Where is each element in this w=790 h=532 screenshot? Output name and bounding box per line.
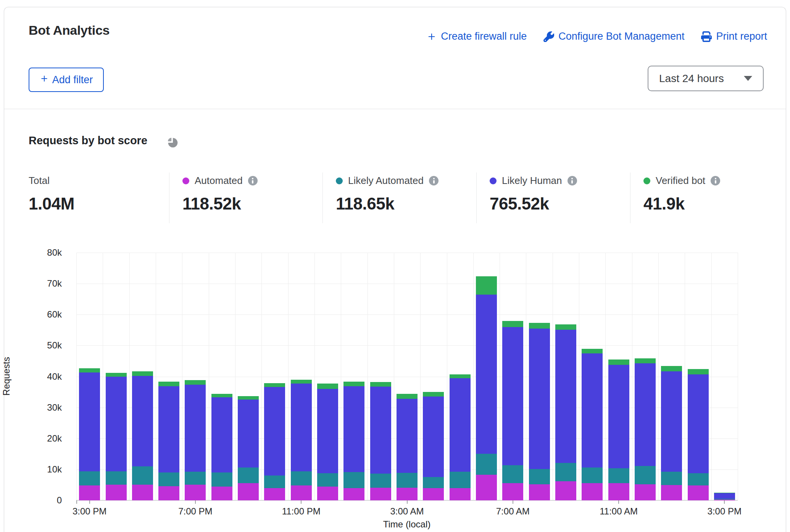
bar-segment-likely-automated[interactable] <box>397 473 418 488</box>
bar-segment-likely-human[interactable] <box>635 363 656 466</box>
info-icon[interactable] <box>711 176 720 185</box>
bar-segment-automated[interactable] <box>582 483 603 500</box>
bar-segment-likely-human[interactable] <box>661 371 682 472</box>
chart-bar[interactable] <box>714 253 735 500</box>
bar-segment-verified-bot[interactable] <box>450 374 471 379</box>
bar-segment-likely-human[interactable] <box>317 389 338 473</box>
bar-segment-likely-automated[interactable] <box>423 477 444 488</box>
bar-segment-automated[interactable] <box>370 488 391 500</box>
bar-segment-likely-human[interactable] <box>79 372 100 471</box>
bar-segment-likely-human[interactable] <box>582 353 603 468</box>
bar-segment-likely-automated[interactable] <box>291 471 312 485</box>
chart-bar[interactable] <box>423 253 444 500</box>
print-report-link[interactable]: Print report <box>701 31 767 42</box>
chart-bar[interactable] <box>370 253 391 500</box>
bar-segment-likely-human[interactable] <box>714 493 735 498</box>
bar-segment-verified-bot[interactable] <box>555 324 576 330</box>
bar-segment-likely-human[interactable] <box>185 385 206 471</box>
bar-segment-likely-human[interactable] <box>397 399 418 473</box>
bar-segment-automated[interactable] <box>476 475 497 500</box>
bar-segment-likely-human[interactable] <box>450 378 471 471</box>
chart-bar[interactable] <box>529 253 550 500</box>
bar-segment-likely-human[interactable] <box>608 365 629 469</box>
chart-bar[interactable] <box>185 253 206 500</box>
bar-segment-likely-automated[interactable] <box>343 472 364 488</box>
bar-segment-automated[interactable] <box>185 485 206 500</box>
configure-bot-management-link[interactable]: Configure Bot Management <box>543 31 684 42</box>
bar-segment-verified-bot[interactable] <box>423 392 444 397</box>
bar-segment-automated[interactable] <box>688 485 709 500</box>
bar-segment-automated[interactable] <box>291 485 312 500</box>
chart-bar[interactable] <box>343 253 364 500</box>
bar-segment-automated[interactable] <box>661 485 682 500</box>
bar-segment-likely-human[interactable] <box>158 386 179 472</box>
chart-bar[interactable] <box>132 253 153 500</box>
bar-segment-likely-automated[interactable] <box>450 472 471 488</box>
bar-segment-likely-human[interactable] <box>106 377 127 471</box>
bar-segment-verified-bot[interactable] <box>608 360 629 365</box>
bar-segment-likely-automated[interactable] <box>555 463 576 481</box>
bar-segment-verified-bot[interactable] <box>132 371 153 376</box>
bar-segment-likely-automated[interactable] <box>264 476 285 488</box>
chart-bar[interactable] <box>476 253 497 500</box>
bar-segment-verified-bot[interactable] <box>688 369 709 374</box>
chart-bar[interactable] <box>264 253 285 500</box>
bar-segment-verified-bot[interactable] <box>582 349 603 353</box>
bar-segment-likely-human[interactable] <box>476 295 497 453</box>
bar-segment-verified-bot[interactable] <box>502 321 523 327</box>
bar-segment-likely-automated[interactable] <box>582 468 603 483</box>
bar-segment-likely-automated[interactable] <box>661 472 682 485</box>
bar-segment-automated[interactable] <box>211 487 232 501</box>
bar-segment-automated[interactable] <box>502 483 523 500</box>
bar-segment-likely-human[interactable] <box>688 374 709 473</box>
bar-segment-likely-automated[interactable] <box>608 468 629 483</box>
bar-segment-likely-automated[interactable] <box>529 469 550 484</box>
chart-bar[interactable] <box>635 253 656 500</box>
bar-segment-automated[interactable] <box>635 484 656 500</box>
bar-segment-verified-bot[interactable] <box>106 373 127 377</box>
bar-segment-likely-human[interactable] <box>502 327 523 466</box>
bar-segment-verified-bot[interactable] <box>79 368 100 372</box>
info-icon[interactable] <box>248 176 258 185</box>
bar-segment-likely-human[interactable] <box>291 384 312 471</box>
bar-segment-likely-human[interactable] <box>370 387 391 474</box>
bar-segment-likely-automated[interactable] <box>476 454 497 475</box>
chart-bar[interactable] <box>608 253 629 500</box>
info-icon[interactable] <box>429 176 439 185</box>
bar-segment-verified-bot[interactable] <box>635 358 656 363</box>
bar-segment-verified-bot[interactable] <box>158 382 179 386</box>
bar-segment-verified-bot[interactable] <box>370 382 391 387</box>
chart-bar[interactable] <box>502 253 523 500</box>
bar-segment-likely-human[interactable] <box>211 397 232 472</box>
info-icon[interactable] <box>568 176 577 185</box>
bar-segment-automated[interactable] <box>264 488 285 500</box>
bar-segment-verified-bot[interactable] <box>661 366 682 371</box>
chart-bar[interactable] <box>291 253 312 500</box>
chart-bar[interactable] <box>158 253 179 500</box>
add-filter-button[interactable]: Add filter <box>29 68 104 92</box>
bar-segment-likely-automated[interactable] <box>211 472 232 487</box>
bar-segment-likely-automated[interactable] <box>132 466 153 485</box>
bar-segment-automated[interactable] <box>608 483 629 500</box>
bar-segment-likely-automated[interactable] <box>502 465 523 483</box>
chart-bar[interactable] <box>397 253 418 500</box>
bar-segment-likely-automated[interactable] <box>317 473 338 486</box>
bar-segment-likely-human[interactable] <box>264 387 285 476</box>
bar-segment-likely-human[interactable] <box>343 386 364 472</box>
bar-segment-automated[interactable] <box>423 488 444 500</box>
bar-segment-likely-automated[interactable] <box>370 474 391 488</box>
bar-segment-automated[interactable] <box>450 488 471 500</box>
create-firewall-rule-link[interactable]: Create firewall rule <box>427 31 527 42</box>
time-range-select[interactable]: Last 24 hours <box>648 66 764 91</box>
bar-segment-automated[interactable] <box>132 485 153 500</box>
bar-segment-verified-bot[interactable] <box>211 394 232 397</box>
chart-bar[interactable] <box>317 253 338 500</box>
bar-segment-likely-automated[interactable] <box>106 471 127 485</box>
bar-segment-automated[interactable] <box>238 483 259 500</box>
bar-segment-automated[interactable] <box>317 487 338 501</box>
chart-bar[interactable] <box>106 253 127 500</box>
chart-bar[interactable] <box>555 253 576 500</box>
chart-bar[interactable] <box>211 253 232 500</box>
bar-segment-verified-bot[interactable] <box>291 380 312 384</box>
bar-segment-verified-bot[interactable] <box>476 276 497 295</box>
